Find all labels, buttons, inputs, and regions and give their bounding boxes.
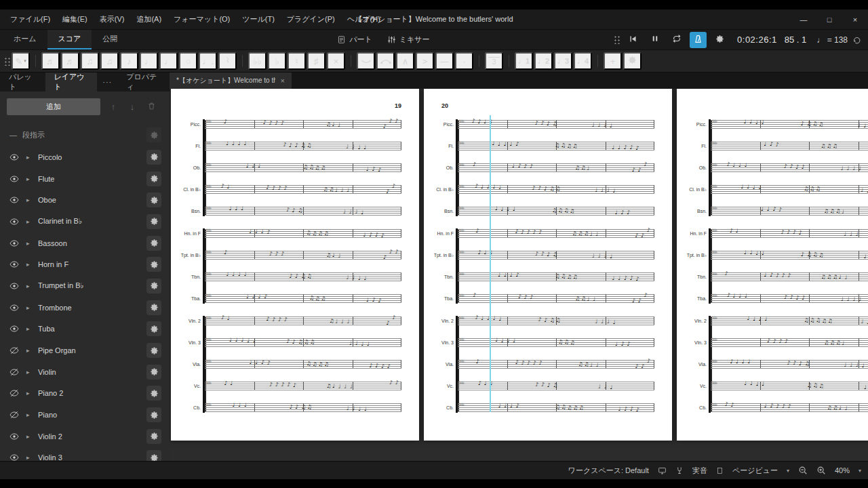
instrument-row[interactable]: ▸Flute	[0, 168, 170, 190]
instrument-row[interactable]: ▸Violin 2	[0, 426, 170, 447]
panel-tab-プロパティ[interactable]: プロパティ	[117, 73, 170, 92]
staff[interactable]: ♭♭♭♩♩♫♩♩♫♩♩♫♩	[711, 185, 868, 194]
minimize-button[interactable]: —	[791, 9, 816, 30]
instrument-row[interactable]: ▸Horn in F	[0, 253, 170, 275]
expand-arrow-icon[interactable]: ▸	[26, 411, 32, 418]
score-page[interactable]: 20Picc.♭♭♭♪♩♪♪♩♪♩♩♪♩♩♫Fl.♭♭♭♩♩♫♩♩♫♩♪♫♩♪♫…	[424, 89, 672, 441]
eye-off-icon[interactable]	[9, 367, 20, 377]
instrument-row[interactable]: ▸Clarinet in B♭	[0, 211, 170, 232]
menu-item[interactable]: 編集(E)	[56, 12, 94, 27]
expand-arrow-icon[interactable]: ▸	[26, 154, 32, 161]
eye-icon[interactable]	[9, 432, 20, 441]
staff[interactable]: ♭♭♭♫♩♩♫♩♪♫♩♪♫	[205, 163, 401, 172]
tuning-fork-icon[interactable]	[675, 466, 684, 474]
instrument-row[interactable]: ▸Tuba	[0, 319, 170, 340]
tempo-display[interactable]: ♩ = 138	[811, 35, 848, 45]
staff[interactable]: ♭♭♭♩♫♩♩♫♩♪♫♩♪♫♪♪	[458, 272, 654, 281]
staff[interactable]: ♭♭♭♫♪♪♫♪♪♩♪♪♩♪♩♩	[205, 185, 401, 194]
menu-item[interactable]: 追加(A)	[130, 12, 167, 27]
instrument-settings-gear[interactable]	[146, 214, 161, 229]
view-mode-selector[interactable]: ページビュー	[732, 466, 778, 476]
expand-arrow-icon[interactable]: ▸	[26, 218, 32, 225]
eye-icon[interactable]	[9, 174, 20, 184]
staff[interactable]: ♭♭♭♩♪♩♩♪♩♩♫♩♩	[205, 207, 401, 216]
expand-arrow-icon[interactable]: ▸	[26, 304, 32, 311]
panel-tab-レイアウト[interactable]: レイアウト	[45, 73, 98, 92]
add-element-button[interactable]: +	[604, 52, 622, 70]
eye-icon[interactable]	[9, 152, 20, 162]
expand-arrow-icon[interactable]: ▸	[26, 176, 32, 182]
document-tab[interactable]: *【オケショート】Welcome to th... ×	[170, 73, 292, 89]
eye-icon[interactable]	[9, 217, 20, 226]
note-16th[interactable]: ♫	[100, 52, 119, 70]
staff[interactable]: ♭♭♭♪♩♪♩♩♪♩♩♫♩♩♫♩	[458, 317, 654, 325]
score-page[interactable]: 19Picc.♭♭♭♪♪♫♪♪♩♪♪♩♪♪Fl.♭♭♭♪♩♩♪♩♩♪♩♩♫♩♩♫…	[171, 89, 419, 441]
staff[interactable]: ♭♭♭♩♪♫♪♪♫♪♪♩♪♪♩♪♪	[711, 403, 868, 412]
loop-playback-button[interactable]	[668, 32, 685, 48]
menu-item[interactable]: フォーマット(O)	[167, 12, 236, 27]
rest[interactable]	[218, 52, 237, 70]
main-tab-スコア[interactable]: スコア	[47, 30, 92, 49]
slur[interactable]	[376, 52, 395, 70]
note-input-customize-gear[interactable]	[623, 52, 642, 70]
note-64th[interactable]: ♬	[61, 52, 79, 70]
accidental-natural[interactable]: ♮	[288, 52, 306, 70]
accent[interactable]: >	[416, 52, 434, 70]
instrument-settings-gear[interactable]	[146, 236, 161, 251]
staff[interactable]: ♭♭♭♩♫♩♩♫♩♩♫♩♪♫♩♪♫	[711, 317, 868, 325]
staff[interactable]: ♭♭♭♩♪♪♩♪♩♩♪♩♩♪♩	[711, 294, 868, 303]
zoom-level[interactable]: 40%	[835, 466, 850, 474]
staff[interactable]: ♭♭♭♪♪♫♪♪♩♪♪♩♪♪	[205, 120, 401, 129]
expand-arrow-icon[interactable]: ▸	[26, 454, 32, 461]
expand-arrow-icon[interactable]: ▸	[26, 240, 32, 247]
staff[interactable]: ♭♭♭♩♪♩♩♪♩♩♫♩♩♫	[205, 403, 401, 412]
staff[interactable]: ♭♭♭♪♩♪♪♩♪♩♩♪♩♩♫♩♩	[711, 360, 868, 369]
accidental-double-sharp[interactable]: ×	[327, 52, 345, 70]
note-half[interactable]: ♩	[159, 52, 178, 70]
staff[interactable]: ♭♭♭♫♪♪♩♪♪♩♪♪♩♪♩♩♪	[205, 382, 401, 390]
instrument-row[interactable]: ▸Bassoon	[0, 232, 170, 254]
note-whole[interactable]: ○	[179, 52, 197, 70]
staff[interactable]: ♭♭♭♫♩♩♫♩♪♫♩♪♫♪♪♫	[458, 403, 654, 412]
expand-arrow-icon[interactable]: ▸	[26, 197, 32, 203]
staff[interactable]: ♭♭♭♪♫♩♪♫♪♪♫♪♪	[711, 142, 868, 150]
zoom-out-button[interactable]	[798, 466, 808, 475]
expand-arrow-icon[interactable]: ▸	[26, 347, 32, 354]
staff[interactable]: ♭♭♭♪♩♩♫♩♩♫♩♪♫♩♪	[711, 251, 868, 260]
move-down-button[interactable]: ↓	[126, 102, 138, 112]
accidental-sharp[interactable]: ♯	[307, 52, 326, 70]
instrument-row[interactable]: ▸Piccolo	[0, 146, 170, 168]
view-mode-caret-icon[interactable]: ▾	[787, 468, 789, 474]
main-tab-ホーム[interactable]: ホーム	[3, 30, 47, 49]
playback-drag-handle[interactable]	[614, 35, 620, 44]
tenuto[interactable]: —	[435, 52, 454, 70]
augmentation-dot[interactable]: ♩.	[199, 52, 217, 70]
menu-item[interactable]: ファイル(F)	[4, 12, 56, 27]
main-tab-公開[interactable]: 公開	[92, 30, 128, 49]
menu-item[interactable]: ツール(T)	[236, 12, 281, 27]
expand-arrow-icon[interactable]: ▸	[26, 390, 32, 396]
add-button[interactable]: 追加	[7, 98, 100, 115]
staff[interactable]: ♭♭♭♪♩♩♪♩♩♪♩♩♫♩♩♫	[205, 142, 401, 150]
staff[interactable]: ♭♭♭♪♪♫♪♪♫♪♪♩♪♪♩♪	[458, 360, 654, 369]
note-8th[interactable]: ♪	[120, 52, 138, 70]
instrument-row[interactable]: ▸Oboe	[0, 189, 170, 211]
eye-icon[interactable]	[9, 195, 20, 205]
staff[interactable]: ♭♭♭♪♪♩♪♩♩♪♩♩♫	[458, 382, 654, 390]
staff[interactable]: ♭♭♭♩♩♫♩♩♫♩♪♫♩♪♫♪♪	[458, 142, 654, 150]
instrument-settings-gear[interactable]	[146, 321, 161, 336]
eye-icon[interactable]	[9, 453, 20, 461]
delete-button[interactable]	[145, 102, 157, 113]
maximize-button[interactable]: □	[816, 9, 842, 30]
repeat-arrow-icon[interactable]	[852, 35, 861, 44]
staff[interactable]: ♭♭♭♪♩♪♪♩♪♩♩♪♩♩♫	[458, 120, 654, 129]
instrument-row[interactable]: ▸Pipe Organ	[0, 340, 170, 361]
instrument-settings-gear[interactable]	[146, 407, 161, 422]
instrument-row[interactable]: ▸Violin	[0, 361, 170, 383]
note-128th[interactable]: ♬	[41, 52, 60, 70]
collapse-icon[interactable]: —	[9, 131, 17, 139]
parts-button[interactable]: パート	[332, 33, 378, 47]
tie[interactable]	[357, 52, 375, 70]
play-button[interactable]	[646, 32, 663, 48]
instrument-settings-gear[interactable]	[146, 450, 161, 461]
